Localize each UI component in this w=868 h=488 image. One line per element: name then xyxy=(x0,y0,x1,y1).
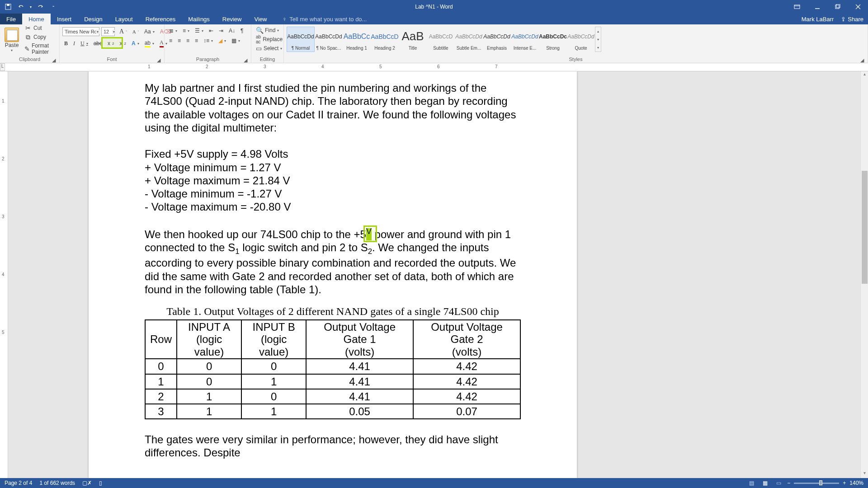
table-cell[interactable]: 1 xyxy=(177,404,241,419)
table-row[interactable]: 0004.414.42 xyxy=(145,359,520,374)
table-header[interactable]: Output Voltage Gate 1(volts) xyxy=(306,320,413,359)
style-item[interactable]: AaBTitle xyxy=(399,27,427,52)
bold-button[interactable]: B xyxy=(62,40,70,47)
table-cell[interactable]: 0.05 xyxy=(306,404,413,419)
tab-references[interactable]: References xyxy=(139,14,182,24)
macro-icon[interactable]: ▯ xyxy=(99,480,102,486)
table-header[interactable]: Output Voltage Gate 2(volts) xyxy=(413,320,520,359)
zoom-out-button[interactable]: − xyxy=(787,480,790,486)
highlight-button[interactable]: ab▾ xyxy=(143,39,156,48)
table-cell[interactable]: 4.41 xyxy=(306,374,413,389)
styles-dialog-launcher[interactable]: ◢ xyxy=(859,57,865,63)
replace-button[interactable]: abacReplace xyxy=(254,35,281,43)
italic-button[interactable]: I xyxy=(71,40,77,47)
undo-icon[interactable] xyxy=(17,3,24,10)
numbering-button[interactable]: ≡▾ xyxy=(181,27,191,34)
font-name-dropdown[interactable]: ▾ xyxy=(96,30,99,34)
table-caption[interactable]: Table 1. Output Voltages of 2 different … xyxy=(145,305,521,318)
tab-insert[interactable]: Insert xyxy=(51,14,78,24)
bullets-button[interactable]: ≣▾ xyxy=(167,27,179,34)
table-cell[interactable]: 4.42 xyxy=(413,389,520,404)
user-name[interactable]: Mark LaBarr xyxy=(802,16,834,23)
table-cell[interactable]: 1 xyxy=(241,374,306,389)
table-row[interactable]: 1014.414.42 xyxy=(145,374,520,389)
table-cell[interactable]: 0 xyxy=(177,374,241,389)
maximize-icon[interactable] xyxy=(827,0,848,14)
table-cell[interactable]: 4.41 xyxy=(306,389,413,404)
table-header[interactable]: INPUT A(logic value) xyxy=(177,320,241,359)
zoom-slider-knob[interactable] xyxy=(819,480,822,485)
ruler-scale[interactable]: 1234567 xyxy=(94,63,868,71)
word-count[interactable]: 1 of 662 words xyxy=(39,480,75,486)
scroll-up-icon[interactable]: ▴ xyxy=(861,71,868,79)
body-paragraph[interactable]: We then hooked up our 74LS00 chip to the… xyxy=(145,227,521,296)
change-case-button[interactable]: Aa▾ xyxy=(142,28,156,35)
multilevel-button[interactable]: ☰▾ xyxy=(193,27,205,34)
align-left-button[interactable]: ≡ xyxy=(167,37,174,44)
format-painter-button[interactable]: ✎Format Painter xyxy=(23,42,57,56)
style-item[interactable]: AaBbCcDd¶ Normal xyxy=(287,27,315,52)
table-header[interactable]: Row xyxy=(145,320,177,359)
body-line[interactable]: - Voltage maximum = -20.80 V xyxy=(145,200,521,213)
paragraph-dialog-launcher[interactable]: ◢ xyxy=(243,57,248,63)
select-button[interactable]: ▭Select▾ xyxy=(254,44,281,52)
underline-button[interactable]: U▾ xyxy=(79,40,90,47)
subscript-button[interactable]: x2 xyxy=(106,40,116,47)
ribbon-display-icon[interactable] xyxy=(787,0,807,14)
copy-button[interactable]: ⧉Copy xyxy=(23,33,57,41)
borders-button[interactable]: ▦▾ xyxy=(230,37,242,44)
close-icon[interactable] xyxy=(848,0,868,14)
shrink-font-button[interactable]: Aˇ xyxy=(131,28,141,35)
font-dialog-launcher[interactable]: ◢ xyxy=(156,57,161,63)
table-cell[interactable]: 0 xyxy=(145,359,177,374)
body-line[interactable]: + Voltage minimum = 1.27 V xyxy=(145,161,521,174)
paste-button[interactable]: Paste ▾ xyxy=(3,27,21,53)
table-cell[interactable]: 1 xyxy=(241,404,306,419)
table-cell[interactable]: 0 xyxy=(241,389,306,404)
styles-up-icon[interactable]: ▴ xyxy=(595,27,601,35)
qat-customize[interactable]: ⁼ xyxy=(52,5,54,9)
table-row[interactable]: 3110.050.07 xyxy=(145,404,520,419)
vertical-scrollbar[interactable]: ▴ ▾ xyxy=(860,71,868,478)
body-line[interactable]: Fixed +5V supply = 4.98 Volts xyxy=(145,147,521,160)
style-item[interactable]: AaBbCcDdSubtle Em... xyxy=(455,27,483,52)
styles-more-icon[interactable]: ▾ xyxy=(595,43,601,52)
clipboard-dialog-launcher[interactable]: ◢ xyxy=(51,57,57,63)
styles-down-icon[interactable]: ▾ xyxy=(595,35,601,43)
find-button[interactable]: 🔍Find▾ xyxy=(254,26,281,34)
tab-review[interactable]: Review xyxy=(216,14,248,24)
style-item[interactable]: AaBbCcDcStrong xyxy=(539,27,567,52)
justify-button[interactable]: ≡ xyxy=(193,37,200,44)
font-size-dropdown[interactable]: ▾ xyxy=(112,30,116,34)
web-layout-icon[interactable]: ▭ xyxy=(774,479,783,487)
share-button[interactable]: ⇪ Share xyxy=(841,16,863,23)
superscript-button[interactable]: x2 xyxy=(118,40,128,47)
grow-font-button[interactable]: Aˆ xyxy=(118,28,129,36)
tab-home[interactable]: Home xyxy=(22,14,51,24)
tab-file[interactable]: File xyxy=(0,14,22,24)
table-cell[interactable]: 3 xyxy=(145,404,177,419)
body-line[interactable]: + Voltage maximum = 21.84 V xyxy=(145,174,521,187)
style-item[interactable]: AaBbCcDdIntense E... xyxy=(511,27,539,52)
style-item[interactable]: AaBbCcDdEmphasis xyxy=(483,27,511,52)
undo-dropdown[interactable]: ▾ xyxy=(30,5,32,9)
proofing-icon[interactable]: ▢✗ xyxy=(82,480,92,486)
zoom-in-button[interactable]: + xyxy=(843,480,846,486)
scrollbar-thumb[interactable] xyxy=(862,171,868,284)
increase-indent-button[interactable]: ⇥ xyxy=(217,27,225,34)
redo-icon[interactable] xyxy=(37,3,44,10)
page[interactable]: My lab partner and I first studied the p… xyxy=(89,71,577,478)
table-cell[interactable]: 1 xyxy=(145,374,177,389)
line-spacing-button[interactable]: ↕≡▾ xyxy=(202,37,215,44)
read-mode-icon[interactable]: ▤ xyxy=(746,479,756,487)
style-item[interactable]: AaBbCcDd¶ No Spac... xyxy=(315,27,343,52)
styles-scroll[interactable]: ▴▾▾ xyxy=(595,27,601,52)
table-cell[interactable]: 4.41 xyxy=(306,359,413,374)
style-item[interactable]: AaBbCcDdQuote xyxy=(567,27,595,52)
minimize-icon[interactable] xyxy=(807,0,827,14)
table-cell[interactable]: 4.42 xyxy=(413,374,520,389)
tab-layout[interactable]: Layout xyxy=(109,14,139,24)
decrease-indent-button[interactable]: ⇤ xyxy=(207,27,215,34)
align-center-button[interactable]: ≡ xyxy=(176,37,183,44)
table-cell[interactable]: 0 xyxy=(177,359,241,374)
